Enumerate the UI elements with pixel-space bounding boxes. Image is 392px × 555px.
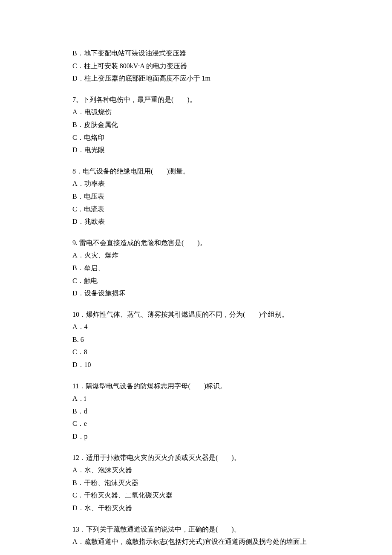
- option-text: B．垒启、: [72, 262, 320, 275]
- question-stem: 8．电气设备的绝缘电阻用( )测量。: [72, 165, 320, 178]
- option-text: D．设备设施损坏: [72, 287, 320, 300]
- option-text: C．e: [72, 417, 320, 430]
- option-text: A．火灾、爆炸: [72, 249, 320, 262]
- question-block: 9. 雷电不会直接造成的危险和危害是( )。 A．火灾、爆炸 B．垒启、 C．触…: [72, 237, 320, 300]
- question-stem: 7。下列各种电伤中，最严重的是( )。: [72, 93, 320, 106]
- question-stem: 10．爆炸性气体、蒸气、薄雾按其引燃温度的不同，分为( )个组别。: [72, 308, 320, 321]
- option-text: C．触电: [72, 275, 320, 287]
- question-stem: 13．下列关于疏散通道设置的说法中，正确的是( )。: [72, 523, 320, 536]
- option-text: D．水、干粉灭火器: [72, 502, 320, 515]
- option-text: A．i: [72, 392, 320, 405]
- question-stem: 9. 雷电不会直接造成的危险和危害是( )。: [72, 237, 320, 249]
- option-text: D．p: [72, 430, 320, 443]
- standalone-options-block: B．地下变配电站可装设油浸式变压器 C．柱上可安装 800kV·A 的电力变压器…: [72, 47, 320, 85]
- option-text: C．干粉灭火器、二氧化碳灭火器: [72, 489, 320, 502]
- option-text: A．功率表: [72, 177, 320, 190]
- option-text: C．电烙印: [72, 131, 320, 144]
- option-text: C．柱上可安装 800kV·A 的电力变压器: [72, 60, 320, 72]
- option-text: D．10: [72, 358, 320, 371]
- option-text: A．水、泡沫灭火器: [72, 464, 320, 477]
- question-block: 8．电气设备的绝缘电阻用( )测量。 A．功率表 B．电压表 C．电流表 D．兆…: [72, 165, 320, 228]
- option-text: A．电弧烧伤: [72, 106, 320, 119]
- option-text: C．电流表: [72, 203, 320, 216]
- question-block: 13．下列关于疏散通道设置的说法中，正确的是( )。 A．疏散通道中，疏散指示标…: [72, 523, 320, 548]
- question-block: 11．隔爆型电气设备的防爆标志用字母( )标识。 A．i B．d C．e D．p: [72, 380, 320, 443]
- option-text: B．电压表: [72, 190, 320, 203]
- option-text: B．皮肤金属化: [72, 119, 320, 131]
- question-block: 7。下列各种电伤中，最严重的是( )。 A．电弧烧伤 B．皮肤金属化 C．电烙印…: [72, 93, 320, 156]
- question-block: 12．适用于扑救带电火灾的灭火介质或灭火器是( )。 A．水、泡沫灭火器 B．干…: [72, 451, 320, 515]
- question-stem: 11．隔爆型电气设备的防爆标志用字母( )标识。: [72, 380, 320, 393]
- option-text: D．柱上变压器的底部距地面高度不应小于 1m: [72, 72, 320, 85]
- question-block: 10．爆炸性气体、蒸气、薄雾按其引燃温度的不同，分为( )个组别。 A．4 B.…: [72, 308, 320, 371]
- option-text: B．d: [72, 405, 320, 418]
- option-text: B．地下变配电站可装设油浸式变压器: [72, 47, 320, 60]
- option-text: A．4: [72, 321, 320, 333]
- question-stem: 12．适用于扑救带电火灾的灭火介质或灭火器是( )。: [72, 451, 320, 464]
- document-page: B．地下变配电站可装设油浸式变压器 C．柱上可安装 800kV·A 的电力变压器…: [0, 0, 392, 555]
- option-text: B. 6: [72, 333, 320, 346]
- option-text: C．8: [72, 346, 320, 358]
- option-text: D．电光眼: [72, 144, 320, 156]
- option-text: D．兆欧表: [72, 215, 320, 228]
- option-text: B．干粉、泡沫灭火器: [72, 477, 320, 489]
- option-text: A．疏散通道中，疏散指示标志(包括灯光式)宜设在通道两侧及拐弯处的墙面上: [72, 535, 320, 548]
